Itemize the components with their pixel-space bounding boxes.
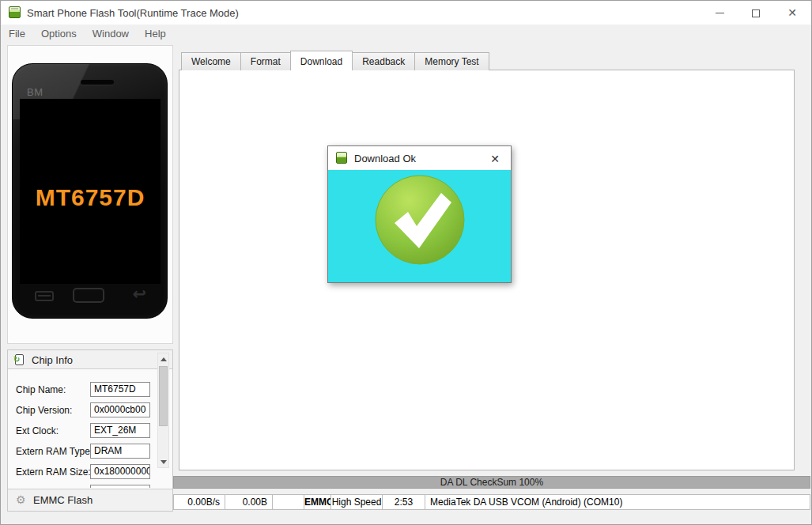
chip-field-label: Chip Version:	[16, 405, 72, 416]
scroll-down-icon[interactable]	[158, 455, 168, 467]
emmc-flash-header[interactable]: ⚙ EMMC Flash	[8, 489, 172, 511]
chip-field-value: 0x180000000	[90, 464, 150, 479]
menu-item-help[interactable]: Help	[137, 25, 174, 40]
chip-info-row: Extern RAM Type:DRAM	[8, 444, 172, 459]
emmc-flash-label: EMMC Flash	[33, 494, 93, 506]
tab-bar: WelcomeFormatDownloadReadbackMemory Test	[181, 51, 489, 70]
tab-format[interactable]: Format	[240, 52, 291, 70]
chip-info-row: Extern RAM Size:0x180000000	[8, 464, 172, 480]
maximize-button-icon[interactable]	[738, 1, 773, 25]
status-storage-type: EMMC	[304, 494, 331, 510]
close-button-icon[interactable]: ✕	[775, 1, 810, 25]
chip-field-value: EXT_26M	[90, 423, 150, 438]
chip-info-body: Chip Name:MT6757DChip Version:0x0000cb00…	[8, 370, 172, 488]
chip-info-panel: Chip Info Chip Name:MT6757DChip Version:…	[7, 349, 173, 512]
chip-field-label: Chip Name:	[16, 384, 66, 395]
tab-readback[interactable]: Readback	[352, 52, 415, 70]
status-com-port: MediaTek DA USB VCOM (Android) (COM10)	[425, 494, 810, 510]
phone-home-icon	[73, 288, 104, 303]
phone-brand-label: BM	[27, 86, 43, 98]
chip-info-title: Chip Info	[32, 354, 73, 366]
chip-info-row: Ext Clock:EXT_26M	[8, 423, 172, 439]
scroll-up-icon[interactable]	[158, 353, 168, 365]
tab-memory-test[interactable]: Memory Test	[414, 52, 489, 70]
chip-field-value: DRAM	[90, 444, 150, 459]
phone-image: BM MT6757D ↩	[12, 63, 168, 319]
menu-item-file[interactable]: File	[1, 25, 33, 40]
chip-info-row: Chip Version:0x0000cb00	[8, 402, 172, 418]
chip-field-label: Extern RAM Size:	[16, 466, 91, 478]
menu-bar: FileOptionsWindowHelp	[1, 25, 811, 43]
status-blank	[272, 494, 304, 510]
chip-info-scrollbar[interactable]	[157, 353, 169, 468]
gear-icon: ⚙	[16, 493, 26, 506]
status-elapsed-time: 2:53	[382, 494, 425, 510]
chip-info-row: Chip Name:MT6757D	[8, 382, 172, 398]
menu-item-options[interactable]: Options	[33, 25, 85, 40]
chip-field-label: Extern RAM Type:	[16, 446, 93, 457]
app-icon	[9, 6, 21, 18]
app-icon	[336, 152, 347, 164]
phone-preview-panel: BM MT6757D ↩	[7, 45, 173, 344]
download-ok-dialog: Download Ok ✕	[327, 145, 512, 283]
menu-item-window[interactable]: Window	[85, 25, 137, 40]
phone-speaker	[81, 80, 114, 85]
status-speed: 0.00B/s	[173, 494, 225, 510]
title-bar: Smart Phone Flash Tool(Runtime Trace Mod…	[1, 1, 811, 25]
progress-bar: DA DL CheckSum 100%	[173, 476, 810, 489]
success-check-icon	[373, 173, 466, 266]
chip-info-header[interactable]: Chip Info	[8, 350, 172, 369]
phone-screen: MT6757D	[20, 99, 161, 284]
phone-menu-icon	[35, 291, 54, 301]
scroll-thumb[interactable]	[159, 366, 168, 426]
chip-info-icon	[15, 354, 24, 365]
chip-field-value: MT6757D	[90, 382, 150, 397]
tab-download[interactable]: Download	[290, 51, 353, 70]
flash-tool-window: Smart Phone Flash Tool(Runtime Trace Mod…	[0, 0, 812, 525]
dialog-close-icon[interactable]: ✕	[487, 151, 503, 167]
dialog-title: Download Ok	[354, 153, 416, 164]
status-usb-speed: High Speed	[330, 494, 383, 510]
phone-back-icon: ↩	[132, 285, 146, 304]
window-title: Smart Phone Flash Tool(Runtime Trace Mod…	[27, 7, 239, 19]
tab-welcome[interactable]: Welcome	[181, 52, 241, 70]
dialog-title-bar: Download Ok ✕	[328, 146, 511, 170]
minimize-button-icon[interactable]	[702, 1, 737, 25]
phone-chip-label: MT6757D	[20, 184, 161, 211]
chip-field-value: 0x0000cb00	[90, 402, 150, 417]
chip-field-value	[90, 485, 150, 488]
chip-field-label: Ext Clock:	[16, 425, 59, 436]
status-bytes: 0.00B	[225, 494, 273, 510]
dialog-body	[328, 170, 511, 282]
